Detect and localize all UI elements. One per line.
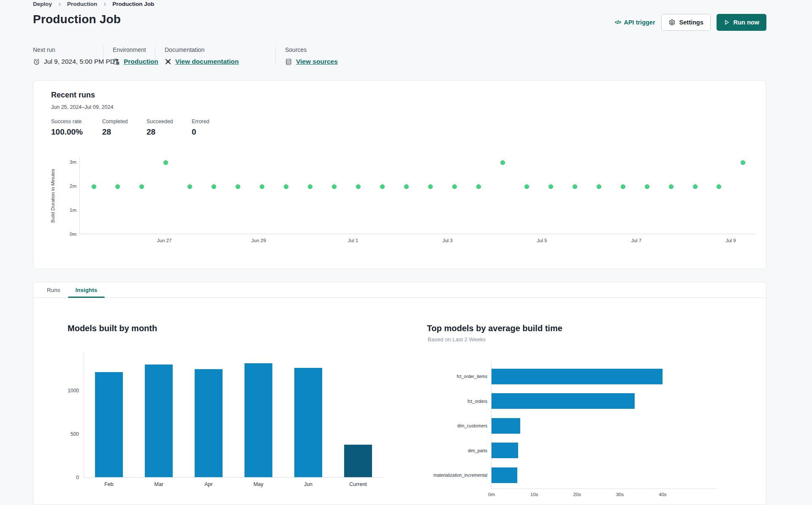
run-now-button[interactable]: Run now: [717, 14, 766, 31]
run-dot[interactable]: [92, 184, 96, 189]
api-trigger-link[interactable]: </> API trigger: [614, 19, 655, 26]
code-icon: </>: [614, 19, 621, 25]
job-detail-card: Runs Insights Models built by month 0500…: [33, 282, 766, 505]
run-dot[interactable]: [573, 184, 577, 189]
model-bar[interactable]: [492, 418, 520, 434]
model-label: dim_customers: [457, 423, 487, 428]
run-dot[interactable]: [308, 184, 312, 189]
next-run-column: Next run Jul 9, 2024, 5:00 PM PDT: [33, 46, 103, 65]
run-dot[interactable]: [236, 184, 240, 189]
breadcrumb-production-job: Production Job: [112, 1, 154, 7]
run-dot[interactable]: [741, 160, 745, 165]
environment-label: Environment: [113, 46, 146, 53]
next-run-label: Next run: [33, 46, 94, 53]
tab-runs[interactable]: Runs: [39, 282, 68, 297]
month-bar[interactable]: [244, 363, 272, 477]
bar-y-tick: 1000: [68, 388, 79, 394]
run-dot[interactable]: [621, 184, 625, 189]
hbar-x-tick: 10s: [530, 492, 538, 497]
breadcrumb-production[interactable]: Production: [67, 1, 97, 7]
run-dot[interactable]: [115, 184, 120, 189]
hbar-x-tick: 0m: [488, 492, 495, 497]
run-dot[interactable]: [693, 184, 698, 189]
model-bar[interactable]: [492, 393, 635, 409]
job-info-row: Next run Jul 9, 2024, 5:00 PM PDT Enviro…: [33, 46, 356, 65]
model-bar[interactable]: [492, 369, 663, 384]
sources-column: Sources View sources: [285, 46, 347, 65]
hbar-x-tick: 20s: [573, 492, 581, 497]
run-dot[interactable]: [524, 184, 529, 189]
environment-link[interactable]: Production: [124, 58, 158, 65]
top-models-title: Top models by average build time: [427, 324, 562, 333]
header-actions: </> API trigger Settings Run now: [614, 14, 766, 31]
run-now-label: Run now: [733, 19, 759, 26]
model-label: fct_orders: [467, 399, 487, 404]
dbt-docs-icon: [165, 58, 171, 65]
run-dot[interactable]: [452, 184, 457, 189]
scatter-x-tick: Jun 29: [251, 238, 266, 243]
run-dot[interactable]: [500, 160, 505, 165]
build-duration-chart: Build Duration in Minutes 0m1m2m3mJun 27…: [33, 81, 766, 269]
run-dot[interactable]: [187, 184, 192, 189]
run-dot[interactable]: [476, 184, 481, 189]
month-bar[interactable]: [145, 365, 173, 477]
model-label: fct_order_items: [457, 374, 487, 379]
run-dot[interactable]: [717, 184, 721, 189]
models-built-plot: 05001000FebMarAprMayJunCurrent: [84, 353, 383, 478]
scatter-x-tick: Jul 3: [443, 238, 453, 243]
run-dot[interactable]: [284, 184, 288, 189]
month-bar[interactable]: [344, 445, 372, 477]
view-documentation-link[interactable]: View documentation: [175, 58, 239, 65]
bar-y-tick: 0: [76, 475, 79, 481]
scatter-x-tick: Jul 7: [631, 238, 641, 243]
scatter-y-axis-title: Build Duration in Minutes: [50, 169, 55, 223]
alarm-clock-icon: [33, 58, 40, 65]
next-run-value: Jul 9, 2024, 5:00 PM PDT: [44, 58, 119, 65]
month-bar[interactable]: [195, 369, 223, 478]
run-dot[interactable]: [212, 184, 216, 189]
database-icon: [285, 58, 292, 65]
bar-x-label: Feb: [104, 481, 114, 487]
month-bar[interactable]: [294, 368, 322, 477]
model-label: materialization_incremental: [433, 473, 487, 478]
breadcrumb: Deploy Production Production Job: [33, 1, 154, 7]
documentation-label: Documentation: [165, 46, 266, 53]
run-dot[interactable]: [163, 160, 168, 165]
run-dot[interactable]: [669, 184, 673, 189]
gear-icon: [668, 19, 676, 26]
scatter-x-tick: Jul 1: [348, 238, 358, 243]
run-dot[interactable]: [139, 184, 144, 189]
scatter-y-tick: 0m: [62, 232, 76, 237]
model-bar[interactable]: [492, 443, 518, 458]
hbar-x-tick: 30s: [616, 492, 624, 497]
api-trigger-label: API trigger: [624, 19, 655, 26]
settings-label: Settings: [679, 19, 703, 26]
scatter-x-tick: Jul 5: [537, 238, 547, 243]
run-dot[interactable]: [356, 184, 361, 189]
model-bar[interactable]: [492, 467, 517, 483]
documentation-column: Documentation View documentation: [165, 46, 276, 65]
play-icon: [724, 19, 730, 25]
run-dot[interactable]: [332, 184, 337, 189]
sources-label: Sources: [285, 46, 338, 53]
run-dot[interactable]: [549, 184, 553, 189]
scatter-y-tick: 3m: [62, 159, 76, 165]
run-dot[interactable]: [597, 184, 601, 189]
run-dot[interactable]: [404, 184, 409, 189]
breadcrumb-deploy[interactable]: Deploy: [33, 1, 52, 7]
run-dot[interactable]: [260, 184, 264, 189]
build-duration-plot: 0m1m2m3mJun 27Jun 29Jul 1Jul 3Jul 5Jul 7…: [79, 157, 756, 234]
models-built-title: Models built by month: [68, 324, 157, 333]
top-models-plot: fct_order_itemsfct_ordersdim_customersdi…: [491, 361, 717, 489]
scatter-x-tick: Jul 9: [725, 238, 736, 243]
model-label: dim_parts: [468, 448, 487, 453]
tab-insights[interactable]: Insights: [68, 282, 105, 297]
run-dot[interactable]: [428, 184, 433, 189]
bar-x-label: Mar: [154, 481, 163, 487]
run-dot[interactable]: [380, 184, 385, 189]
month-bar[interactable]: [95, 372, 123, 477]
run-dot[interactable]: [645, 184, 649, 189]
view-sources-link[interactable]: View sources: [296, 58, 338, 65]
page-title: Production Job: [33, 13, 121, 26]
settings-button[interactable]: Settings: [661, 14, 711, 31]
